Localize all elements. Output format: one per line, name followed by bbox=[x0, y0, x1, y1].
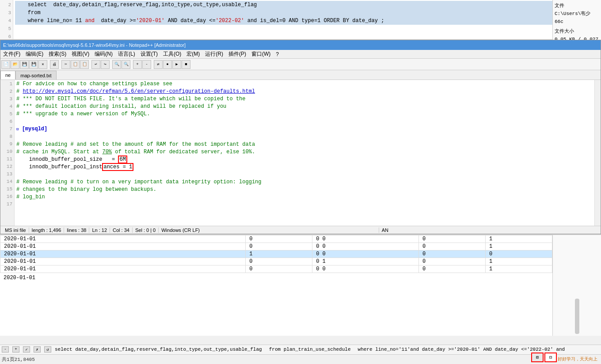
bb-plus[interactable]: + bbox=[12, 346, 19, 353]
editor-line-numbers: 1 2 3 4 5 6 7 8 9 10 11 12 13 14 15 16 1… bbox=[0, 80, 15, 226]
bottom-bar-bottom: 共1页21,8405 bbox=[0, 355, 601, 364]
page-info: 共1页21,8405 bbox=[2, 356, 35, 363]
status-length: length : 1,496 bbox=[29, 228, 65, 233]
tb-saveall[interactable]: 💾 bbox=[29, 60, 38, 69]
menu-macro[interactable]: 宏(M) bbox=[184, 50, 202, 58]
tb-redo[interactable]: ↪ bbox=[101, 60, 110, 69]
tab-ne[interactable]: ne bbox=[0, 71, 15, 80]
status-filetype: MS ini file bbox=[2, 228, 29, 233]
tb-stop[interactable]: ■ bbox=[182, 60, 190, 69]
top-query-panel: 2 3 4 5 6 select date_day,detain_flag,re… bbox=[0, 0, 601, 40]
table-row[interactable]: 2020-01-0100 001 bbox=[0, 243, 552, 250]
code-line-6 bbox=[16, 118, 593, 125]
bottom-bar: - + ✓ ✗ ↺ select date_day,detain_flag,re… bbox=[0, 345, 601, 364]
data-scrollbar-area bbox=[552, 235, 601, 336]
query-content: select date_day,detain_flag,reserve_flag… bbox=[13, 0, 601, 39]
table-row[interactable]: 2020-01-0110 000 bbox=[0, 250, 552, 258]
menu-search[interactable]: 搜索(S) bbox=[46, 50, 69, 58]
cell-row0-col3: 0 bbox=[419, 235, 486, 243]
table-row[interactable]: 2020-01-0100 001 bbox=[0, 235, 552, 243]
code-line-12: innodb_buffer_pool_instances = 1 bbox=[16, 163, 593, 171]
menu-edit[interactable]: 编辑(E) bbox=[23, 50, 46, 58]
file-label: 文件 bbox=[555, 2, 599, 10]
bb-check[interactable]: ✓ bbox=[23, 346, 30, 353]
tb-copy[interactable]: 📋 bbox=[71, 60, 80, 69]
status-col: Col : 34 bbox=[110, 228, 133, 233]
npp-toolbar: 📄 📂 💾 💾 ✕ 🖨 ✂ 📋 📋 ↩ ↪ 🔍 🔍 + - ⇄ ● ▶ ■ bbox=[0, 59, 601, 70]
code-line-8 bbox=[16, 133, 593, 141]
table-row[interactable]: 2020-01-0100 001 bbox=[0, 265, 552, 273]
tb-play[interactable]: ▶ bbox=[172, 60, 181, 69]
tb-save[interactable]: 💾 bbox=[20, 60, 29, 69]
watermark-text: 好好学习，天天向上 bbox=[558, 356, 597, 362]
menu-view[interactable]: 视图(V) bbox=[69, 50, 92, 58]
npp-title-text: E:\ws66ds\supporttools\msql\mysql-5.6.17… bbox=[3, 42, 598, 48]
tb-replace[interactable]: 🔍 bbox=[122, 60, 130, 69]
cell-row2-col4: 0 bbox=[486, 250, 552, 258]
cell-row4-col3: 0 bbox=[419, 265, 486, 273]
bb-minus[interactable]: - bbox=[2, 346, 9, 353]
menu-settings[interactable]: 设置(T) bbox=[138, 50, 160, 58]
cell-row1-col0: 2020-01-01 bbox=[0, 243, 246, 250]
editor-scrollbar[interactable] bbox=[594, 80, 601, 226]
menu-encode[interactable]: 编码(N) bbox=[92, 50, 115, 58]
tb-undo[interactable]: ↩ bbox=[91, 60, 100, 69]
cell-row0-col1: 0 bbox=[246, 235, 312, 243]
menu-help[interactable]: ? bbox=[273, 51, 281, 58]
code-line-14: # Remove leading # to turn on a very imp… bbox=[16, 178, 593, 186]
v-scrollbar-thumb[interactable] bbox=[575, 299, 579, 334]
grid-btn-table[interactable]: ⊞ bbox=[531, 353, 544, 362]
tb-sync[interactable]: ⇄ bbox=[154, 60, 163, 69]
data-table[interactable]: 2020-01-0100 0012020-01-0100 0012020-01-… bbox=[0, 235, 552, 336]
cell-row0-col4: 1 bbox=[486, 235, 552, 243]
menu-run[interactable]: 运行(R) bbox=[202, 50, 226, 58]
sql-display: select date_day,detain_flag,reserve_flag… bbox=[55, 347, 262, 352]
tb-paste[interactable]: 📋 bbox=[80, 60, 89, 69]
npp-statusbar: MS ini file length : 1,496 lines : 38 Ln… bbox=[0, 226, 601, 234]
tb-new[interactable]: 📄 bbox=[1, 60, 10, 69]
npp-tabbar: ne map-sorted.txt bbox=[0, 70, 601, 80]
tb-open[interactable]: 📂 bbox=[11, 60, 19, 69]
tb-find[interactable]: 🔍 bbox=[112, 60, 121, 69]
cell-row4-col4: 1 bbox=[486, 265, 552, 273]
bottom-bar-controls: - + ✓ ✗ ↺ select date_day,detain_flag,re… bbox=[0, 345, 601, 355]
status-sel: Sel : 0 | 0 bbox=[133, 228, 159, 233]
from-display: from plan_train_use_schedule bbox=[269, 347, 351, 352]
menu-lang[interactable]: 语言(L) bbox=[115, 50, 138, 58]
cell-row1-col1: 0 bbox=[246, 243, 312, 250]
cell-row4-col0: 2020-01-01 bbox=[0, 265, 246, 273]
cell-row4-col1: 0 bbox=[246, 265, 312, 273]
table-row[interactable]: 2020-01-0100 101 bbox=[0, 258, 552, 265]
status-extra: AN bbox=[379, 228, 599, 233]
cell-row2-col2: 0 0 bbox=[312, 250, 419, 258]
cell-row0-col0: 2020-01-01 bbox=[0, 235, 246, 243]
grid-btn-form[interactable]: ⊟ bbox=[544, 353, 557, 362]
tb-close[interactable]: ✕ bbox=[38, 60, 47, 69]
code-line-13 bbox=[16, 171, 593, 178]
menu-file[interactable]: 文件(F) bbox=[0, 50, 23, 58]
menu-plugins[interactable]: 插件(P) bbox=[226, 50, 249, 58]
tb-record[interactable]: ● bbox=[163, 60, 172, 69]
bb-refresh[interactable]: ↺ bbox=[44, 346, 51, 353]
grid-view-buttons: ⊞ ⊟ bbox=[531, 353, 557, 362]
npp-menubar: 文件(F) 编辑(E) 搜索(S) 视图(V) 编码(N) 语言(L) 设置(T… bbox=[0, 50, 601, 59]
data-area: 2020-01-0100 0012020-01-0100 0012020-01-… bbox=[0, 234, 601, 336]
cell-row1-col2: 0 0 bbox=[312, 243, 419, 250]
file-path: C:\Users\韦少66c bbox=[555, 10, 599, 26]
tab-map-sorted[interactable]: map-sorted.txt bbox=[15, 71, 56, 80]
tb-print[interactable]: 🖨 bbox=[50, 60, 59, 69]
code-line-15: # changes to the binary log between back… bbox=[16, 186, 593, 193]
data-table-wrapper: 2020-01-0100 0012020-01-0100 0012020-01-… bbox=[0, 235, 601, 336]
editor-content[interactable]: # For advice on how to change settings p… bbox=[15, 80, 594, 226]
menu-window[interactable]: 窗口(W) bbox=[249, 50, 273, 58]
menu-tools[interactable]: 工具(O) bbox=[160, 50, 184, 58]
status-ln: Ln : 12 bbox=[89, 228, 110, 233]
size-label: 文件大小 bbox=[555, 27, 599, 35]
bb-cross[interactable]: ✗ bbox=[34, 346, 41, 353]
tb-zoom-in[interactable]: + bbox=[133, 60, 142, 69]
tb-cut[interactable]: ✂ bbox=[61, 60, 70, 69]
status-encoding: Windows (CR LF) bbox=[159, 228, 379, 233]
code-line-1: # For advice on how to change settings p… bbox=[16, 80, 593, 88]
tb-zoom-out[interactable]: - bbox=[142, 60, 151, 69]
cell-row4-col2: 0 0 bbox=[312, 265, 419, 273]
